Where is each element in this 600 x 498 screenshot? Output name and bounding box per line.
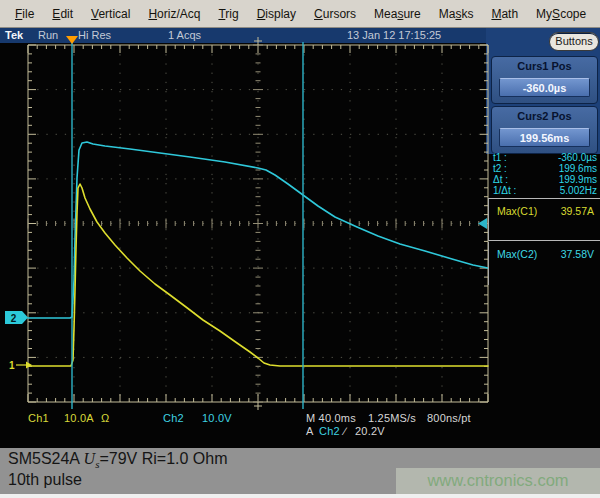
trigger-slope-icon: ∕	[344, 425, 346, 437]
menu-item-utilities[interactable]: Utilities	[595, 4, 600, 24]
curs1-pos-value[interactable]: -360.0µs	[499, 78, 590, 97]
menu-item-masks[interactable]: Masks	[430, 4, 483, 24]
cursor-readout-row-1: t2 :199.6ms	[493, 163, 597, 174]
graticule-grid	[28, 45, 488, 402]
max-c1-label: Max(C1)	[497, 205, 537, 217]
watermark: www.cntronics.com	[396, 468, 600, 494]
tek-logo: Tek	[5, 29, 23, 41]
curs2-pos-title: Curs2 Pos	[492, 110, 597, 122]
menu-item-horiz-acq[interactable]: Horiz/Acq	[139, 4, 209, 24]
menu-item-cursors[interactable]: Cursors	[305, 4, 365, 24]
caption-line2: 10th pulse	[8, 471, 82, 489]
menu-item-display[interactable]: Display	[248, 4, 305, 24]
trigger-level: 20.2V	[355, 425, 385, 437]
trigger-position-marker[interactable]	[66, 36, 78, 44]
ch1-ground-marker[interactable]: 1	[9, 360, 32, 371]
cursor-readout-row-0: t1 :-360.0µs	[493, 152, 597, 163]
ch2-scale[interactable]: 10.0V	[202, 412, 232, 424]
cursor-readout-row-2: Δt :199.9ms	[493, 174, 597, 185]
cursor-readouts: t1 :-360.0µst2 :199.6msΔt :199.9ms1/Δt :…	[493, 152, 597, 196]
ch1-label[interactable]: Ch1	[28, 412, 49, 424]
acq-mode: Hi Res	[78, 29, 111, 41]
ch2-ground-marker[interactable]: 2	[5, 311, 28, 324]
curs2-pos-value[interactable]: 199.56ms	[499, 128, 590, 147]
bottom-strip	[0, 494, 600, 498]
caption-device: SM5S24A	[8, 450, 84, 467]
trigger-mode: A	[306, 425, 314, 437]
menu-item-myscope[interactable]: MyScope	[527, 4, 595, 24]
max-c2-label: Max(C2)	[497, 248, 537, 260]
menu-item-vertical[interactable]: Vertical	[82, 4, 139, 24]
curs1-pos-box: Curs1 Pos -360.0µs	[491, 56, 598, 104]
sample-rate-readout: 1.25MS/s	[368, 412, 416, 424]
max-c2-value: 37.58V	[561, 248, 594, 260]
oscilloscope-app: FileEditVerticalHoriz/AcqTrigDisplayCurs…	[0, 0, 600, 498]
menubar: FileEditVerticalHoriz/AcqTrigDisplayCurs…	[0, 0, 600, 28]
ch1-scale[interactable]: 10.0A	[64, 412, 94, 424]
buttons-button[interactable]: Buttons	[549, 32, 599, 51]
measurement-max-c2: Max(C2) 37.58V	[488, 242, 600, 285]
run-status: Run	[38, 29, 58, 41]
ch1-coupling: Ω	[101, 412, 109, 424]
trigger-source: Ch2	[319, 425, 340, 437]
caption-line1: SM5S24A Us=79V Ri=1.0 Ohm	[8, 450, 228, 470]
menu-item-file[interactable]: File	[6, 4, 43, 24]
ch1-marker-label: 1	[9, 360, 15, 371]
menu-item-edit[interactable]: Edit	[43, 4, 82, 24]
menu-item-measure[interactable]: Measure	[365, 4, 430, 24]
acq-count: 1 Acqs	[168, 29, 201, 41]
scope-screen: 2 1 Tek Run Hi Res 1 Acqs 13 Jan 12 17:1…	[0, 28, 600, 448]
caption-u-var: U	[84, 450, 96, 467]
max-c1-value: 39.57A	[561, 205, 594, 217]
caption-area: SM5S24A Us=79V Ri=1.0 Ohm 10th pulse www…	[0, 448, 600, 494]
menu-item-math[interactable]: Math	[482, 4, 527, 24]
datetime: 13 Jan 12 17:15:25	[347, 29, 441, 41]
curs1-pos-title: Curs1 Pos	[492, 60, 597, 72]
timebase-readout: M 40.0ms	[306, 412, 356, 424]
menu-item-trig[interactable]: Trig	[209, 4, 247, 24]
caption-params: =79V Ri=1.0 Ohm	[99, 450, 227, 467]
cursor-readout-row-3: 1/Δt :5.002Hz	[493, 185, 597, 196]
curs2-pos-box: Curs2 Pos 199.56ms	[491, 106, 598, 154]
trigger-level-arrow[interactable]	[478, 218, 487, 229]
measurement-max-c1: Max(C1) 39.57A	[488, 198, 600, 241]
ch2-label[interactable]: Ch2	[163, 412, 184, 424]
record-resolution-readout: 800ns/pt	[427, 412, 471, 424]
ch2-marker-label: 2	[11, 313, 17, 324]
